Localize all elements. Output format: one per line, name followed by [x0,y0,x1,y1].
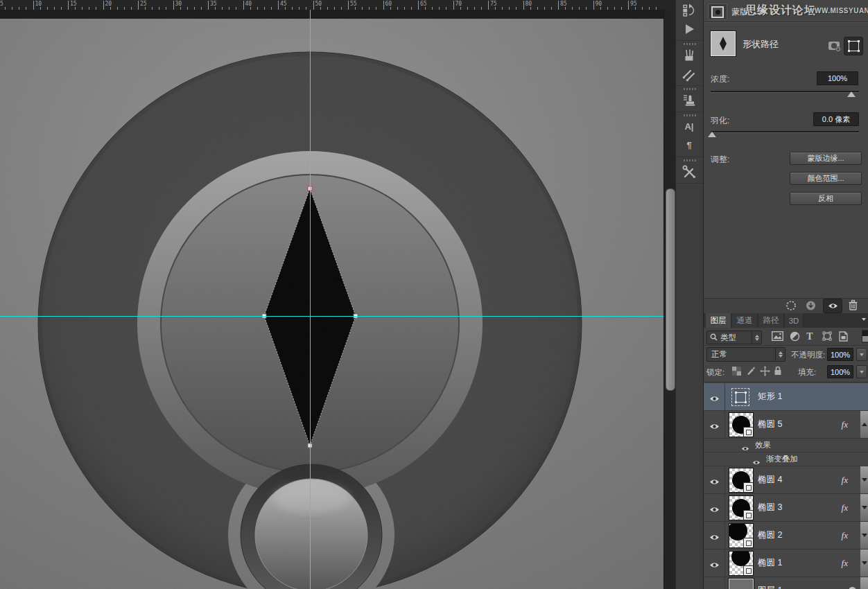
ruler-label: 80 [526,1,532,7]
layer-visibility-eye[interactable] [709,393,720,405]
layer-thumbnail[interactable] [729,468,754,493]
layer-thumbnail[interactable] [729,579,754,589]
layer-name: 椭圆 4 [758,466,782,493]
shape-filter-icon[interactable] [822,331,833,344]
delete-mask-icon[interactable] [848,299,858,314]
path-thumbnail[interactable] [731,388,749,406]
effect-row[interactable]: 效果 [704,439,868,452]
layer-row[interactable]: 图层 1 [704,577,868,589]
density-value[interactable]: 100% [817,71,858,85]
ruler-label: 65 [420,1,427,7]
load-selection-icon[interactable] [785,300,797,314]
layer-visibility-eye[interactable] [709,559,720,572]
layer-thumbnail[interactable] [729,551,754,576]
lock-all-icon[interactable] [774,366,782,378]
fx-collapse-button[interactable] [860,466,868,493]
dock-drag-handle[interactable] [684,88,696,90]
layer-row[interactable]: 椭圆 5fx [704,411,868,439]
dock-brush-panel-icon[interactable] [676,46,702,64]
ruler-tick [418,1,419,10]
tab-paths[interactable]: 路径 [758,313,784,328]
fx-badge: fx [842,522,848,549]
lock-position-icon[interactable] [760,366,770,379]
layer-visibility-eye[interactable] [709,504,720,516]
dock-history-icon[interactable] [676,1,702,19]
layer-name: 图层 1 [758,577,782,589]
dock-actions-play-icon[interactable] [676,19,702,38]
search-icon [710,333,718,342]
apply-mask-icon[interactable] [805,300,817,314]
layer-row[interactable]: 矩形 1 [704,383,868,411]
filter-toggle[interactable] [862,330,868,343]
layer-row[interactable]: 椭圆 1fx [704,550,868,577]
horizontal-guide[interactable] [0,316,663,317]
fill-value[interactable]: 100% [827,365,853,378]
add-pixel-mask-icon[interactable] [827,39,842,53]
ruler-tick [523,1,524,10]
feather-slider-thumb[interactable] [708,132,716,137]
blend-mode-select[interactable]: 正常 [706,347,785,362]
fx-collapse-button[interactable] [860,494,868,521]
right-panel: 蒙版 思缘设计论坛 WWW.MISSYUAN.COM 形状路径 浓度: 100%… [703,0,868,589]
dock-drag-handle[interactable] [684,159,696,161]
vector-mask-badge [743,538,754,548]
lock-transparency-icon[interactable] [732,366,741,378]
density-slider-thumb[interactable] [847,91,856,97]
invert-button[interactable]: 反相 [790,192,862,205]
canvas-vertical-scrollbar[interactable] [663,10,676,589]
fill-dropdown[interactable] [856,365,867,378]
mask-visibility-button[interactable] [823,299,842,313]
pixel-filter-icon[interactable] [772,331,783,344]
dock-clone-source-icon[interactable] [676,91,702,109]
ruler-tick [278,1,279,10]
density-slider[interactable] [711,91,859,93]
layer-row[interactable]: 椭圆 3fx [704,494,868,522]
smartobject-filter-icon[interactable] [838,331,849,344]
adjustment-filter-icon[interactable] [790,331,800,344]
feather-slider[interactable] [711,131,859,133]
opacity-value[interactable]: 100% [827,348,853,361]
fx-collapse-button[interactable] [860,550,868,577]
mask-thumbnail[interactable] [711,31,736,56]
vector-mask-icon [849,41,859,51]
layer-visibility-eye[interactable] [709,421,720,433]
document-canvas[interactable] [0,19,663,589]
layer-row[interactable]: 椭圆 4fx [704,466,868,494]
dock-brush-presets-icon[interactable] [676,64,702,83]
layer-thumbnail[interactable] [729,412,754,437]
photoshop-window: 5101520253035404550556065707580859095 [0,0,868,589]
mask-edge-button[interactable]: 蒙版边缘... [790,152,862,165]
panel-menu-icon[interactable] [862,318,866,321]
layer-row[interactable]: 椭圆 2fx [704,522,868,550]
effect-row[interactable]: 渐变叠加 [704,452,868,466]
type-filter-icon[interactable]: T [805,331,815,344]
layer-thumbnail[interactable] [729,495,754,520]
fx-collapse-button[interactable] [860,411,868,438]
color-range-button[interactable]: 颜色范围... [790,172,862,185]
layer-thumbnail[interactable] [729,523,754,548]
vertical-guide[interactable] [310,10,311,589]
horizontal-ruler[interactable]: 5101520253035404550556065707580859095 [0,0,675,10]
fx-collapse-button[interactable] [860,522,868,549]
dock-character-icon[interactable]: A| [676,117,702,136]
lock-pixels-icon[interactable] [746,366,756,378]
scrollbar-thumb[interactable] [666,188,675,391]
feather-value[interactable]: 0.0 像素 [813,112,859,126]
dock-drag-handle[interactable] [684,43,696,45]
dock-tool-presets-icon[interactable] [676,162,702,181]
dock-drag-handle[interactable] [684,114,696,116]
tab-layers[interactable]: 图层 [706,313,731,328]
tab-channels[interactable]: 通道 [732,313,758,328]
layer-visibility-eye[interactable] [709,531,720,544]
opacity-dropdown[interactable] [856,348,867,361]
dock-paragraph-icon[interactable]: ¶ [676,136,702,155]
dock-group: A|¶ [676,112,704,157]
filter-kind-select[interactable]: 类型 [706,331,762,344]
vector-mask-button[interactable] [844,37,863,55]
ruler-tick [33,1,34,10]
fx-badge: fx [842,550,848,577]
tab-3d[interactable]: 3D [785,313,804,328]
artwork[interactable] [0,19,663,589]
layer-visibility-eye[interactable] [709,476,720,489]
fx-collapse-button[interactable] [860,577,868,589]
